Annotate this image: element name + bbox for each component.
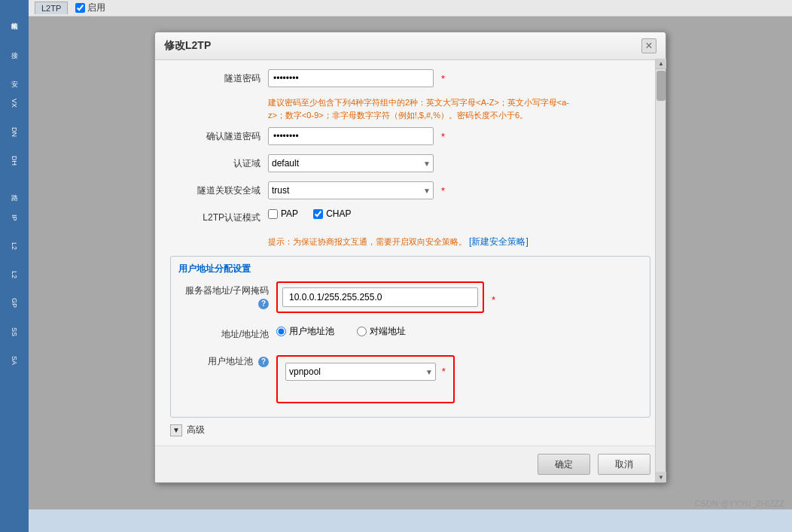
- auth-mode-label: L2TP认证模式: [170, 208, 268, 224]
- user-pool-radio-item[interactable]: 用户地址池: [276, 325, 334, 338]
- tunnel-password-label: 隧道密码: [170, 69, 268, 85]
- tunnel-password-required: *: [441, 73, 445, 84]
- sidebar-item-0[interactable]: 策略检: [1, 4, 28, 31]
- tunnel-security-label: 隧道关联安全域: [170, 181, 268, 197]
- auth-mode-control: PAP CHAP: [268, 208, 650, 219]
- remote-addr-radio[interactable]: [357, 327, 367, 336]
- new-security-policy-link[interactable]: [新建安全策略]: [469, 236, 529, 247]
- dialog-footer: 确定 取消: [155, 445, 666, 482]
- sidebar-item-3[interactable]: VX: [1, 90, 28, 117]
- user-pool-radio-label: 用户地址池: [289, 325, 334, 338]
- scrollbar-up-arrow[interactable]: ▲: [656, 59, 666, 69]
- sidebar-item-10[interactable]: GP: [1, 290, 28, 317]
- sidebar-item-4[interactable]: DN: [1, 118, 28, 145]
- sidebar-label-8: L2: [11, 242, 18, 250]
- tunnel-password-control: *: [268, 69, 650, 87]
- sidebar-label-12: SA: [11, 356, 18, 365]
- confirm-password-input[interactable]: [268, 127, 434, 145]
- remote-addr-radio-item[interactable]: 对端地址: [357, 325, 406, 338]
- enable-checkbox-input[interactable]: [75, 3, 85, 13]
- server-addr-input[interactable]: [282, 287, 478, 307]
- user-pool-control: vpnpool ▼ *: [276, 352, 642, 403]
- server-addr-info-icon[interactable]: ?: [258, 299, 269, 309]
- tunnel-security-row: 隧道关联安全域 trust ▼ *: [170, 181, 650, 201]
- addr-pool-type-label: 地址/地址池: [178, 325, 276, 341]
- server-addr-row: 服务器地址/子网掩码 ? *: [178, 281, 642, 318]
- confirm-password-control: *: [268, 127, 650, 145]
- auth-domain-select[interactable]: default: [268, 154, 434, 172]
- pap-checkbox[interactable]: [268, 209, 278, 219]
- chap-checkbox-item[interactable]: CHAP: [313, 208, 351, 219]
- sidebar-label-10: GP: [11, 298, 18, 308]
- tunnel-security-select-wrapper: trust ▼: [268, 181, 434, 199]
- confirm-button[interactable]: 确定: [538, 454, 590, 475]
- confirm-password-row: 确认隧道密码 *: [170, 127, 650, 147]
- sidebar-label-11: SS: [11, 327, 18, 336]
- tunnel-security-control: trust ▼ *: [268, 181, 650, 199]
- sidebar-item-12[interactable]: SA: [1, 347, 28, 374]
- user-addr-title: 用户地址分配设置: [178, 263, 642, 275]
- topbar-tab-l2tp[interactable]: L2TP: [35, 2, 68, 14]
- modal-overlay: 修改L2TP × 隧道密码 * 建议密码至少包含下列4种字符组中的2种：英文大写…: [29, 17, 792, 509]
- sidebar-item-8[interactable]: L2: [1, 233, 28, 260]
- watermark: CSDN @YYYU_ZHIZZZ: [695, 499, 784, 508]
- dialog-scrollbar[interactable]: ▲ ▼: [655, 59, 666, 482]
- server-addr-label: 服务器地址/子网掩码 ?: [178, 281, 276, 310]
- pap-checkbox-item[interactable]: PAP: [268, 208, 298, 219]
- confirm-password-label: 确认隧道密码: [170, 127, 268, 143]
- addr-pool-type-control: 用户地址池 对端地址: [276, 325, 642, 344]
- expand-advanced-button[interactable]: ▼: [170, 424, 182, 436]
- user-pool-label: 用户地址池 ?: [178, 352, 276, 368]
- user-pool-select-wrapper: vpnpool ▼: [285, 363, 436, 381]
- auth-mode-row: L2TP认证模式 PAP CHAP: [170, 208, 650, 228]
- hint2-text: 提示：为保证协商报文互通，需要开启双向安全策略。 [新建安全策略]: [268, 236, 650, 248]
- user-pool-radio[interactable]: [276, 327, 286, 336]
- dialog-body: 隧道密码 * 建议密码至少包含下列4种字符组中的2种：英文大写字母<A-Z>；英…: [155, 60, 666, 445]
- addr-pool-radio-row: 用户地址池 对端地址: [276, 325, 406, 338]
- topbar-enable-checkbox[interactable]: 启用: [75, 2, 105, 14]
- topbar: L2TP 启用: [29, 0, 792, 17]
- auth-domain-select-wrapper: default ▼: [268, 154, 434, 172]
- advanced-row[interactable]: ▼ 高级: [170, 424, 650, 436]
- addr-pool-type-row: 地址/地址池 用户地址池 对端地址: [178, 325, 642, 345]
- user-pool-highlight: vpnpool ▼ *: [276, 355, 455, 403]
- user-pool-select[interactable]: vpnpool: [285, 363, 436, 381]
- cancel-button[interactable]: 取消: [598, 454, 650, 475]
- confirm-password-required: *: [441, 131, 445, 142]
- sidebar-label-5: DH: [11, 156, 18, 166]
- main-content: 修改L2TP × 隧道密码 * 建议密码至少包含下列4种字符组中的2种：英文大写…: [29, 17, 792, 509]
- auth-domain-control: default ▼: [268, 154, 650, 172]
- sidebar-item-11[interactable]: SS: [1, 318, 28, 345]
- sidebar-item-1[interactable]: 接: [1, 32, 28, 59]
- user-pool-required: *: [442, 366, 446, 377]
- chap-checkbox[interactable]: [313, 209, 323, 219]
- scrollbar-down-arrow[interactable]: ▼: [656, 472, 666, 482]
- scrollbar-thumb[interactable]: [656, 71, 666, 101]
- server-addr-control: *: [276, 281, 642, 318]
- chap-label: CHAP: [326, 208, 351, 219]
- user-pool-row: 用户地址池 ? vpnpool ▼ *: [178, 352, 642, 403]
- tunnel-security-select[interactable]: trust: [268, 181, 434, 199]
- sidebar-item-6[interactable]: 路: [1, 175, 28, 202]
- topbar-tab-label: L2TP: [41, 4, 61, 13]
- tunnel-security-required: *: [441, 185, 445, 196]
- sidebar-item-5[interactable]: DH: [1, 147, 28, 174]
- auth-domain-label: 认证域: [170, 154, 268, 170]
- user-addr-section: 用户地址分配设置 服务器地址/子网掩码 ? *: [170, 256, 650, 418]
- user-pool-info-icon[interactable]: ?: [258, 357, 269, 367]
- hint-text: 建议密码至少包含下列4种字符组中的2种：英文大写字母<A-Z>；英文小写字母<a…: [268, 96, 569, 121]
- dialog-title: 修改L2TP: [164, 39, 211, 53]
- sidebar-item-9[interactable]: L2: [1, 261, 28, 288]
- tunnel-password-row: 隧道密码 *: [170, 69, 650, 89]
- dialog-titlebar: 修改L2TP ×: [155, 32, 666, 60]
- sidebar-label-3: VX: [11, 99, 18, 108]
- enable-checkbox-label: 启用: [87, 2, 105, 14]
- sidebar-item-7[interactable]: IP: [1, 204, 28, 231]
- sidebar-label-7: IP: [11, 214, 18, 221]
- sidebar-item-2[interactable]: 安: [1, 61, 28, 88]
- advanced-label: 高级: [187, 424, 205, 436]
- tunnel-password-input[interactable]: [268, 69, 434, 87]
- dialog-close-button[interactable]: ×: [641, 38, 656, 53]
- sidebar: 策略检 接 安 VX DN DH 路 IP L2 L2 GP SS SA: [0, 0, 29, 532]
- remote-addr-radio-label: 对端地址: [370, 325, 406, 338]
